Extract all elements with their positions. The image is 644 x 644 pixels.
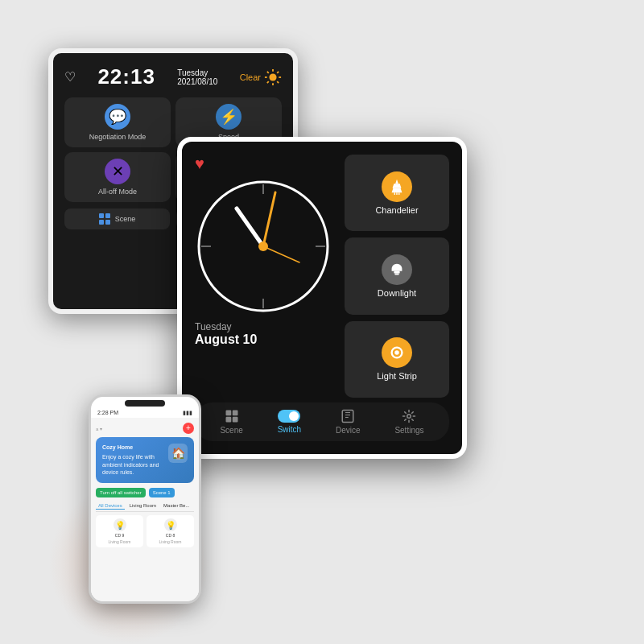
- svg-line-15: [263, 192, 275, 246]
- downlight-name: Downlight: [378, 288, 416, 298]
- phone-device-cd8[interactable]: 💡 CD 8 Living Room: [147, 515, 194, 547]
- alloff-tile[interactable]: ✕ All-off Mode: [64, 152, 171, 202]
- chandelier-icon: [382, 171, 412, 202]
- phone-time: 2:28 PM: [97, 410, 118, 416]
- phone-device-cd8-name: CD 8: [166, 533, 175, 538]
- phone-status-bar: 2:28 PM ▮▮▮: [91, 408, 199, 418]
- front-left-panel: ♥: [195, 155, 336, 398]
- clock-container: [195, 178, 332, 315]
- back-time-display: 22:13: [97, 64, 155, 89]
- phone-device-cd9[interactable]: 💡 CD 9 Living Room: [96, 515, 143, 547]
- weather-label: Clear: [240, 72, 261, 82]
- svg-rect-28: [232, 417, 237, 423]
- phone-add-button[interactable]: +: [183, 423, 194, 434]
- svg-rect-29: [342, 411, 353, 423]
- front-tablet: ♥: [177, 137, 467, 459]
- phone-banner-text: Cozy Home Enjoy a cozy life with ambient…: [102, 444, 165, 477]
- negotiation-tile[interactable]: 💬 Negotiation Mode: [64, 97, 171, 147]
- svg-point-17: [258, 242, 268, 251]
- scene-grid-icon: [99, 213, 110, 225]
- date-day: Tuesday: [195, 321, 257, 332]
- back-day: Tuesday: [177, 68, 217, 77]
- phone-tab-all[interactable]: All Devices: [96, 502, 125, 510]
- phone-action-buttons: Turn off all switcher Scene 1: [96, 488, 194, 497]
- front-main-content: ♥: [195, 155, 449, 398]
- chandelier-tile-inner: Chandelier: [353, 171, 441, 215]
- lightstrip-name: Light Strip: [377, 371, 417, 381]
- svg-point-33: [407, 415, 411, 419]
- phone-battery: ▮▮▮: [183, 410, 192, 416]
- speed-icon: ⚡: [216, 104, 242, 130]
- back-scene-label: Scene: [115, 215, 136, 223]
- phone-devices-list: 💡 CD 9 Living Room 💡 CD 8 Living Room: [96, 515, 194, 547]
- svg-line-14: [237, 208, 263, 246]
- date-info: Tuesday August 10: [195, 321, 257, 347]
- phone-title: a ▾: [96, 426, 102, 431]
- switch-toggle-nav-icon: [278, 410, 300, 423]
- svg-rect-26: [232, 411, 237, 416]
- svg-point-24: [394, 351, 399, 356]
- sun-icon: [264, 68, 282, 86]
- phone-notch: [125, 400, 165, 407]
- phone-content: a ▾ + Cozy Home Enjoy a cozy life with a…: [91, 418, 199, 601]
- phone: 2:28 PM ▮▮▮ a ▾ + Cozy Home Enjoy a cozy…: [89, 394, 201, 604]
- alloff-icon: ✕: [105, 159, 130, 184]
- chandelier-name: Chandelier: [375, 205, 418, 215]
- downlight-tile[interactable]: Downlight: [345, 237, 449, 314]
- phone-subtitle: a ▾: [96, 426, 102, 431]
- negotiation-icon: 💬: [105, 104, 130, 130]
- date-full: August 10: [195, 332, 257, 347]
- nav-scene[interactable]: Scene: [220, 409, 242, 435]
- phone-device-cd8-icon: 💡: [164, 518, 177, 531]
- heart-icon-front: ♥: [195, 155, 204, 173]
- svg-line-16: [263, 246, 299, 262]
- lightstrip-tile[interactable]: Light Strip: [345, 321, 449, 398]
- svg-rect-21: [394, 271, 399, 274]
- svg-line-5: [267, 71, 269, 72]
- lightstrip-tile-inner: Light Strip: [353, 337, 441, 381]
- back-date-block: Tuesday 2021/08/10: [177, 68, 217, 86]
- phone-device-cd9-icon: 💡: [114, 518, 126, 531]
- phone-banner-title: Cozy Home: [102, 444, 165, 452]
- phone-banner-description: Enjoy a cozy life with ambient indicator…: [102, 453, 165, 477]
- svg-rect-25: [225, 411, 231, 416]
- phone-tabs: All Devices Living Room Master Be...: [96, 502, 194, 512]
- phone-turn-off-btn[interactable]: Turn off all switcher: [96, 488, 146, 497]
- front-bottom-nav: Scene Switch Device Settings: [195, 402, 449, 441]
- svg-rect-22: [394, 274, 399, 275]
- alloff-label: All-off Mode: [98, 188, 137, 196]
- scene-grid-icon: [225, 409, 239, 423]
- phone-tab-master[interactable]: Master Be...: [161, 502, 192, 510]
- nav-switch-label: Switch: [278, 425, 301, 434]
- settings-gear-icon: [402, 409, 416, 423]
- back-date: 2021/08/10: [177, 77, 217, 86]
- nav-device-label: Device: [336, 426, 361, 435]
- phone-tab-living[interactable]: Living Room: [127, 502, 159, 510]
- nav-scene-label: Scene: [220, 426, 242, 435]
- phone-banner-icon: 🏠: [168, 444, 188, 463]
- back-scene-btn[interactable]: Scene: [64, 208, 170, 229]
- svg-line-7: [267, 81, 269, 83]
- phone-device-cd9-loc: Living Room: [109, 539, 131, 544]
- downlight-tile-inner: Downlight: [353, 254, 441, 298]
- chandelier-tile[interactable]: Chandelier: [345, 155, 449, 231]
- phone-banner: Cozy Home Enjoy a cozy life with ambient…: [96, 437, 194, 483]
- nav-settings[interactable]: Settings: [394, 409, 423, 435]
- lightstrip-icon: [382, 337, 412, 368]
- svg-rect-27: [225, 417, 231, 423]
- front-right-panel: Chandelier Downlight: [345, 155, 449, 398]
- back-weather: Clear: [240, 68, 282, 86]
- phone-device-cd8-loc: Living Room: [159, 539, 182, 544]
- heart-icon-back: ♡: [64, 69, 76, 85]
- nav-settings-label: Settings: [394, 426, 423, 435]
- downlight-icon: [382, 254, 412, 285]
- phone-device-cd9-name: CD 9: [115, 533, 124, 538]
- device-icon: [341, 409, 355, 423]
- nav-switch[interactable]: Switch: [278, 410, 301, 434]
- back-tablet-header: ♡ 22:13 Tuesday 2021/08/10 Clear: [64, 64, 282, 89]
- clock-face: [195, 178, 332, 315]
- nav-device[interactable]: Device: [336, 409, 361, 435]
- svg-line-6: [277, 81, 279, 83]
- svg-line-8: [277, 71, 279, 72]
- phone-scene-btn[interactable]: Scene 1: [149, 488, 175, 497]
